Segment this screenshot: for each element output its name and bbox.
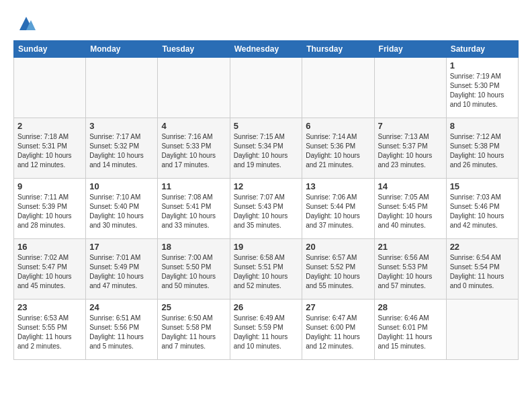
calendar-cell: 16Sunrise: 7:02 AM Sunset: 5:47 PM Dayli… <box>14 239 86 300</box>
calendar-cell: 11Sunrise: 7:08 AM Sunset: 5:41 PM Dayli… <box>158 179 230 239</box>
calendar-cell <box>446 300 518 360</box>
calendar-cell: 3Sunrise: 7:17 AM Sunset: 5:32 PM Daylig… <box>86 118 158 179</box>
calendar-cell: 24Sunrise: 6:51 AM Sunset: 5:56 PM Dayli… <box>86 300 158 360</box>
day-number: 23 <box>17 302 82 312</box>
day-number: 5 <box>234 121 299 131</box>
day-number: 15 <box>450 181 515 191</box>
calendar-cell: 7Sunrise: 7:13 AM Sunset: 5:37 PM Daylig… <box>374 118 446 179</box>
day-info: Sunrise: 7:16 AM Sunset: 5:33 PM Dayligh… <box>161 132 226 170</box>
day-info: Sunrise: 7:06 AM Sunset: 5:44 PM Dayligh… <box>306 193 370 230</box>
day-number: 11 <box>161 181 226 191</box>
calendar-cell: 4Sunrise: 7:16 AM Sunset: 5:33 PM Daylig… <box>158 118 230 179</box>
day-info: Sunrise: 6:49 AM Sunset: 5:59 PM Dayligh… <box>234 314 299 351</box>
calendar-cell <box>230 58 302 118</box>
day-info: Sunrise: 7:12 AM Sunset: 5:38 PM Dayligh… <box>450 132 515 170</box>
calendar-cell: 5Sunrise: 7:15 AM Sunset: 5:34 PM Daylig… <box>230 118 302 179</box>
day-info: Sunrise: 7:08 AM Sunset: 5:41 PM Dayligh… <box>161 193 226 230</box>
day-number: 18 <box>161 242 226 252</box>
day-info: Sunrise: 7:14 AM Sunset: 5:36 PM Dayligh… <box>306 132 370 170</box>
day-number: 28 <box>378 302 443 312</box>
day-info: Sunrise: 7:02 AM Sunset: 5:47 PM Dayligh… <box>17 253 82 291</box>
calendar-cell: 1Sunrise: 7:19 AM Sunset: 5:30 PM Daylig… <box>446 58 518 118</box>
calendar-cell: 19Sunrise: 6:58 AM Sunset: 5:51 PM Dayli… <box>230 239 302 300</box>
day-number: 17 <box>89 242 154 252</box>
day-number: 10 <box>89 181 154 191</box>
day-info: Sunrise: 7:17 AM Sunset: 5:32 PM Dayligh… <box>89 132 154 170</box>
day-number: 21 <box>378 242 443 252</box>
page-header <box>13 13 519 34</box>
calendar-cell: 12Sunrise: 7:07 AM Sunset: 5:43 PM Dayli… <box>230 179 302 239</box>
calendar-cell: 8Sunrise: 7:12 AM Sunset: 5:38 PM Daylig… <box>446 118 518 179</box>
calendar-table: SundayMondayTuesdayWednesdayThursdayFrid… <box>13 40 519 360</box>
calendar-week-row: 23Sunrise: 6:53 AM Sunset: 5:55 PM Dayli… <box>14 300 519 360</box>
calendar-cell: 20Sunrise: 6:57 AM Sunset: 5:52 PM Dayli… <box>302 239 374 300</box>
day-info: Sunrise: 7:01 AM Sunset: 5:49 PM Dayligh… <box>89 253 154 291</box>
day-number: 13 <box>306 181 370 191</box>
day-number: 2 <box>17 121 82 131</box>
day-info: Sunrise: 6:47 AM Sunset: 6:00 PM Dayligh… <box>306 314 370 351</box>
calendar-cell: 9Sunrise: 7:11 AM Sunset: 5:39 PM Daylig… <box>14 179 86 239</box>
day-number: 19 <box>234 242 299 252</box>
logo-icon <box>16 13 36 34</box>
weekday-header: Tuesday <box>158 41 230 58</box>
day-info: Sunrise: 6:56 AM Sunset: 5:53 PM Dayligh… <box>378 253 443 291</box>
day-info: Sunrise: 6:58 AM Sunset: 5:51 PM Dayligh… <box>234 253 299 291</box>
calendar-cell: 15Sunrise: 7:03 AM Sunset: 5:46 PM Dayli… <box>446 179 518 239</box>
calendar-cell: 17Sunrise: 7:01 AM Sunset: 5:49 PM Dayli… <box>86 239 158 300</box>
day-number: 14 <box>378 181 443 191</box>
weekday-header: Wednesday <box>230 41 302 58</box>
day-number: 27 <box>306 302 370 312</box>
calendar-cell <box>14 58 86 118</box>
calendar-cell: 6Sunrise: 7:14 AM Sunset: 5:36 PM Daylig… <box>302 118 374 179</box>
weekday-header: Monday <box>86 41 158 58</box>
day-number: 20 <box>306 242 370 252</box>
day-info: Sunrise: 7:07 AM Sunset: 5:43 PM Dayligh… <box>234 193 299 230</box>
day-number: 6 <box>306 121 370 131</box>
calendar-cell: 14Sunrise: 7:05 AM Sunset: 5:45 PM Dayli… <box>374 179 446 239</box>
calendar-cell <box>86 58 158 118</box>
calendar-cell: 23Sunrise: 6:53 AM Sunset: 5:55 PM Dayli… <box>14 300 86 360</box>
weekday-header: Saturday <box>446 41 518 58</box>
calendar-cell <box>158 58 230 118</box>
weekday-header: Thursday <box>302 41 374 58</box>
day-number: 3 <box>89 121 154 131</box>
day-number: 24 <box>89 302 154 312</box>
day-number: 26 <box>234 302 299 312</box>
day-info: Sunrise: 7:18 AM Sunset: 5:31 PM Dayligh… <box>17 132 82 170</box>
day-number: 8 <box>450 121 515 131</box>
calendar-cell <box>302 58 374 118</box>
day-info: Sunrise: 7:05 AM Sunset: 5:45 PM Dayligh… <box>378 193 443 230</box>
weekday-header: Sunday <box>14 41 86 58</box>
calendar-cell: 27Sunrise: 6:47 AM Sunset: 6:00 PM Dayli… <box>302 300 374 360</box>
day-number: 9 <box>17 181 82 191</box>
day-info: Sunrise: 6:50 AM Sunset: 5:58 PM Dayligh… <box>161 314 226 351</box>
day-info: Sunrise: 7:11 AM Sunset: 5:39 PM Dayligh… <box>17 193 82 230</box>
day-info: Sunrise: 6:46 AM Sunset: 6:01 PM Dayligh… <box>378 314 443 351</box>
day-number: 1 <box>450 60 515 71</box>
day-info: Sunrise: 7:10 AM Sunset: 5:40 PM Dayligh… <box>89 193 154 230</box>
calendar-cell: 22Sunrise: 6:54 AM Sunset: 5:54 PM Dayli… <box>446 239 518 300</box>
logo <box>13 13 36 34</box>
calendar-cell: 21Sunrise: 6:56 AM Sunset: 5:53 PM Dayli… <box>374 239 446 300</box>
day-number: 16 <box>17 242 82 252</box>
calendar-cell: 26Sunrise: 6:49 AM Sunset: 5:59 PM Dayli… <box>230 300 302 360</box>
calendar-week-row: 1Sunrise: 7:19 AM Sunset: 5:30 PM Daylig… <box>14 58 519 118</box>
calendar-cell: 2Sunrise: 7:18 AM Sunset: 5:31 PM Daylig… <box>14 118 86 179</box>
day-info: Sunrise: 7:15 AM Sunset: 5:34 PM Dayligh… <box>234 132 299 170</box>
day-info: Sunrise: 6:54 AM Sunset: 5:54 PM Dayligh… <box>450 253 515 291</box>
calendar-week-row: 16Sunrise: 7:02 AM Sunset: 5:47 PM Dayli… <box>14 239 519 300</box>
day-number: 4 <box>161 121 226 131</box>
calendar-cell: 28Sunrise: 6:46 AM Sunset: 6:01 PM Dayli… <box>374 300 446 360</box>
calendar-header-row: SundayMondayTuesdayWednesdayThursdayFrid… <box>14 41 519 58</box>
calendar-cell: 25Sunrise: 6:50 AM Sunset: 5:58 PM Dayli… <box>158 300 230 360</box>
day-info: Sunrise: 6:51 AM Sunset: 5:56 PM Dayligh… <box>89 314 154 351</box>
day-number: 25 <box>161 302 226 312</box>
day-info: Sunrise: 6:57 AM Sunset: 5:52 PM Dayligh… <box>306 253 370 291</box>
day-number: 12 <box>234 181 299 191</box>
day-info: Sunrise: 6:53 AM Sunset: 5:55 PM Dayligh… <box>17 314 82 351</box>
day-number: 7 <box>378 121 443 131</box>
weekday-header: Friday <box>374 41 446 58</box>
day-info: Sunrise: 7:19 AM Sunset: 5:30 PM Dayligh… <box>450 72 515 109</box>
day-info: Sunrise: 7:03 AM Sunset: 5:46 PM Dayligh… <box>450 193 515 230</box>
calendar-cell <box>374 58 446 118</box>
